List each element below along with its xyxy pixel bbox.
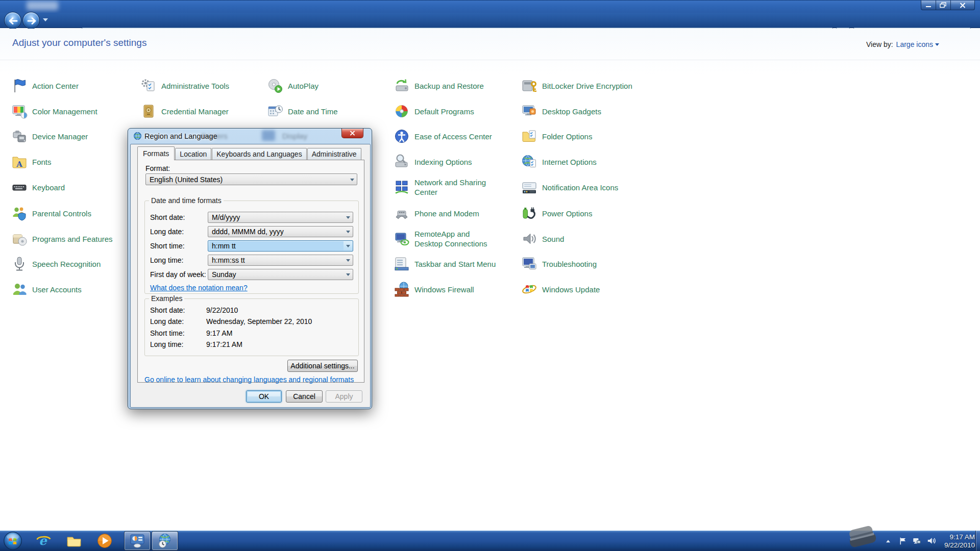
- restore-button[interactable]: [936, 1, 950, 10]
- control-panel-item[interactable]: Notification Area Icons: [521, 179, 618, 195]
- control-panel-item[interactable]: Backup and Restore: [394, 78, 484, 94]
- ok-button[interactable]: OK: [246, 390, 282, 403]
- control-panel-item[interactable]: User Accounts: [11, 281, 82, 297]
- control-panel-item-label: Windows Firewall: [414, 285, 474, 294]
- programs-features-icon: [11, 231, 28, 247]
- long-date-combobox[interactable]: dddd, MMMM dd, yyyy: [208, 226, 353, 237]
- control-panel-item[interactable]: Color Management: [11, 103, 97, 119]
- control-panel-item[interactable]: Programs and Features: [11, 231, 113, 247]
- control-panel-item-label: Indexing Options: [414, 157, 472, 167]
- control-panel-item[interactable]: Taskbar and Start Menu: [394, 256, 496, 272]
- show-hidden-icons-button[interactable]: [883, 537, 893, 546]
- desktop: Control Panel All Control Panel Items Ad…: [0, 0, 980, 551]
- short-date-combobox[interactable]: M/d/yyyy: [208, 212, 353, 223]
- control-panel-item-label: Parental Controls: [32, 209, 91, 218]
- control-panel-item[interactable]: Desktop Gadgets: [521, 103, 601, 119]
- recent-pages-dropdown[interactable]: [43, 18, 48, 24]
- minimize-button[interactable]: [921, 1, 936, 10]
- cancel-button[interactable]: Cancel: [286, 390, 323, 403]
- control-panel-item[interactable]: Troubleshooting: [521, 256, 597, 272]
- window-controls: [921, 1, 975, 10]
- globe-icon: [133, 132, 142, 140]
- control-panel-item[interactable]: Device Manager: [11, 128, 88, 144]
- control-panel-item-label: Phone and Modem: [414, 209, 479, 218]
- control-panel-item[interactable]: Ease of Access Center: [394, 128, 492, 144]
- folder-options-icon: [521, 128, 537, 144]
- control-panel-item[interactable]: Action Center: [11, 78, 79, 94]
- control-panel-item[interactable]: Administrative Tools: [140, 78, 229, 94]
- clock-tray[interactable]: 9:17 AM 9/22/2010: [939, 533, 975, 549]
- region-language-icon: [157, 533, 173, 549]
- control-panel-item[interactable]: Power Options: [521, 205, 592, 221]
- keyboard-icon: [11, 179, 28, 195]
- chevron-down-icon: [348, 174, 357, 185]
- back-button[interactable]: [4, 12, 21, 29]
- control-panel-item[interactable]: Folder Options: [521, 128, 592, 144]
- datetime-row-label: First day of week:: [150, 270, 206, 279]
- control-panel-item[interactable]: Credential Manager: [140, 103, 229, 119]
- taskbar-region-language-window[interactable]: [152, 531, 178, 550]
- dialog-titlebar[interactable]: Region and Language Printers Display: [128, 129, 372, 144]
- control-panel-item[interactable]: Windows Update: [521, 281, 600, 297]
- start-button[interactable]: [3, 531, 22, 550]
- control-panel-item[interactable]: Parental Controls: [11, 205, 91, 221]
- taskbar-media-player[interactable]: [91, 531, 118, 550]
- close-button[interactable]: [950, 1, 975, 10]
- control-panel-item[interactable]: AFonts: [11, 154, 52, 170]
- control-panel-item-label: Device Manager: [32, 132, 88, 141]
- header-divider: [0, 60, 980, 60]
- control-panel-item-label: Fonts: [32, 157, 52, 167]
- network-tray-icon[interactable]: [912, 536, 922, 545]
- first-day-of-week-combobox[interactable]: Sunday: [208, 269, 353, 280]
- tab-administrative[interactable]: Administrative: [307, 148, 361, 160]
- control-panel-item-label: Credential Manager: [161, 107, 229, 116]
- control-panel-item[interactable]: AutoPlay: [267, 78, 318, 94]
- clock-time: 9:17 AM: [939, 533, 975, 541]
- additional-settings-button[interactable]: Additional settings...: [287, 360, 358, 372]
- control-panel-item[interactable]: Date and Time: [267, 103, 338, 119]
- format-combobox[interactable]: English (United States): [145, 173, 357, 185]
- view-by-label: View by:: [866, 40, 893, 48]
- show-desktop-button[interactable]: [975, 531, 980, 551]
- control-panel-item[interactable]: Default Programs: [394, 103, 474, 119]
- action-center-tray-icon[interactable]: [897, 536, 908, 545]
- chevron-down-icon: [344, 212, 353, 222]
- control-panel-item-label: User Accounts: [32, 285, 82, 294]
- forward-button[interactable]: [22, 12, 40, 29]
- control-panel-item[interactable]: Indexing Options: [394, 154, 472, 170]
- notation-help-link[interactable]: What does the notation mean?: [150, 284, 248, 292]
- tab-formats[interactable]: Formats: [137, 146, 175, 160]
- control-panel-item[interactable]: Keyboard: [11, 179, 65, 195]
- taskbar-windows-explorer[interactable]: [60, 531, 88, 550]
- tab-keyboards-and-languages[interactable]: Keyboards and Languages: [212, 148, 306, 160]
- control-panel-item[interactable]: Internet Options: [521, 154, 597, 170]
- remoteapp-icon: [394, 231, 410, 247]
- taskbar-control-panel-window[interactable]: [124, 531, 151, 550]
- desktop-gadgets-icon: [521, 103, 537, 119]
- tab-location[interactable]: Location: [175, 148, 211, 160]
- dialog-close-button[interactable]: [341, 129, 363, 138]
- short-time-combobox[interactable]: h:mm tt: [208, 240, 353, 252]
- network-sharing-icon: [394, 179, 410, 195]
- control-panel-item-label: Programs and Features: [32, 234, 113, 244]
- control-panel-item-label: Taskbar and Start Menu: [414, 259, 496, 269]
- control-panel-item[interactable]: BitLocker Drive Encryption: [521, 78, 632, 94]
- region-language-dialog: Region and Language Printers Display For…: [128, 128, 372, 409]
- chevron-down-icon: [344, 255, 353, 265]
- datetime-row-label: Long date:: [150, 228, 184, 236]
- long-time-combobox[interactable]: h:mm:ss tt: [208, 255, 353, 266]
- volume-tray-icon[interactable]: [926, 536, 936, 545]
- go-online-link[interactable]: Go online to learn about changing langua…: [144, 375, 354, 384]
- control-panel-item[interactable]: Speech Recognition: [11, 256, 101, 272]
- control-panel-item[interactable]: Network and Sharing Center: [394, 179, 499, 195]
- control-panel-item-label: Keyboard: [32, 183, 65, 192]
- view-by-selector[interactable]: Large icons: [896, 40, 939, 48]
- apply-button[interactable]: Apply: [326, 390, 362, 403]
- taskbar-internet-explorer[interactable]: e: [30, 531, 57, 550]
- control-panel-item-label: Ease of Access Center: [414, 132, 492, 141]
- control-panel-item[interactable]: Sound: [521, 231, 564, 247]
- control-panel-item[interactable]: RemoteApp and Desktop Connections: [394, 231, 499, 247]
- control-panel-item[interactable]: Phone and Modem: [394, 205, 479, 221]
- control-panel-item[interactable]: Windows Firewall: [394, 281, 474, 297]
- date-time-icon: [267, 103, 283, 119]
